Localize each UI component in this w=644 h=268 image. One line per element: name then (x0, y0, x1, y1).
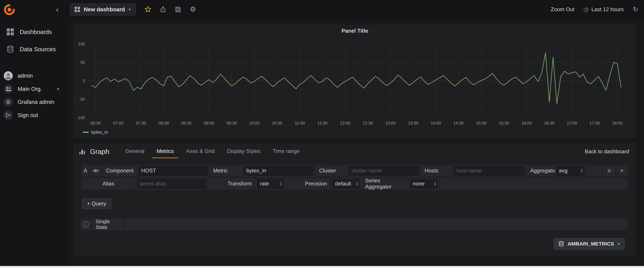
share-icon[interactable] (160, 6, 166, 13)
grafana-logo[interactable] (0, 0, 19, 19)
sidebar-item-dashboards[interactable]: Dashboards (0, 23, 70, 41)
add-query-button[interactable]: + Query (82, 198, 112, 209)
timeseries-chart[interactable]: 06:3007:0007:3008:0008:3009:0009:3010:00… (73, 38, 636, 125)
datasource-button[interactable]: AMBARI_METRICS ▾ (554, 238, 625, 250)
time-range-picker[interactable]: ◷ Last 12 hours (584, 6, 624, 12)
svg-text:06:30: 06:30 (90, 121, 101, 125)
component-input[interactable] (138, 165, 208, 177)
bar-chart-icon (79, 148, 86, 155)
svg-text:16:30: 16:30 (544, 121, 554, 125)
save-icon[interactable] (175, 6, 181, 12)
tab-metrics[interactable]: Metrics (152, 145, 178, 158)
series-aggregator-value: none (413, 181, 424, 187)
query-ref-id[interactable]: A (82, 165, 89, 177)
transform-label: Transform (208, 178, 256, 190)
row-filler (440, 178, 628, 190)
bottom-edge (0, 266, 644, 268)
metric-label: Metric (210, 165, 242, 177)
row-filler (124, 218, 628, 230)
sidebar-item-sign-out[interactable]: Sign out (0, 109, 70, 122)
chevron-down-icon: ▾ (618, 242, 620, 246)
hosts-input[interactable] (453, 165, 526, 177)
grid-icon (74, 7, 80, 12)
cluster-label: Cluster (316, 165, 347, 177)
metric-input[interactable] (243, 165, 314, 177)
legend-item[interactable]: bytes_in (83, 130, 108, 135)
navbar-actions: ⚙ (145, 6, 196, 13)
database-icon (6, 46, 14, 53)
svg-text:50: 50 (80, 60, 85, 65)
info-icon[interactable]: i (80, 218, 91, 230)
svg-text:18:00: 18:00 (612, 121, 623, 125)
stepper-arrows-icon: ▴▾ (434, 181, 436, 186)
svg-text:16:00: 16:00 (522, 121, 532, 125)
cluster-input[interactable] (348, 165, 420, 177)
svg-text:12:30: 12:30 (363, 121, 373, 125)
sign-out-label: Sign out (18, 112, 38, 119)
component-label: Component (102, 165, 137, 177)
svg-text:17:00: 17:00 (567, 121, 577, 125)
svg-text:10:30: 10:30 (272, 121, 282, 125)
svg-text:13:30: 13:30 (408, 121, 418, 125)
sidebar-item-data-sources[interactable]: Data Sources (0, 41, 70, 58)
svg-text:17:30: 17:30 (590, 121, 600, 125)
query-row-1: A Component Metric Cluster Hosts (82, 165, 628, 177)
single-stats-row: i Single Stats (80, 218, 628, 230)
refresh-icon[interactable]: ↻ (633, 6, 638, 13)
editor-title: Graph (90, 148, 109, 156)
navbar-right: Zoom Out ◷ Last 12 hours ↻ (551, 6, 638, 13)
clock-icon: ◷ (584, 6, 588, 12)
navbar: ‹ New dashboard ▾ (0, 0, 644, 19)
gear-icon[interactable]: ⚙ (190, 6, 196, 13)
profile-username: admin (18, 73, 33, 79)
tab-time-range[interactable]: Time range (268, 145, 304, 158)
grafana-logo-icon (3, 3, 16, 15)
main-content: Panel Title 06:3007:0007:3008:0008:3009:… (70, 19, 644, 268)
tab-general[interactable]: General (121, 145, 149, 158)
row-close-icon[interactable]: × (616, 165, 628, 177)
dashboard-picker[interactable]: New dashboard ▾ (70, 3, 136, 15)
alias-input[interactable] (136, 178, 207, 190)
tab-display-styles[interactable]: Display Styles (222, 145, 265, 158)
precision-select[interactable]: default ▴▾ (332, 178, 361, 190)
svg-text:08:00: 08:00 (158, 121, 169, 125)
panel-title[interactable]: Panel Title (73, 28, 636, 34)
transform-select[interactable]: rate ▴▾ (256, 178, 284, 190)
eye-icon[interactable] (90, 165, 102, 177)
legend-series-label: bytes_in (91, 130, 108, 135)
grafana-app: ‹ New dashboard ▾ (0, 0, 644, 268)
svg-text:10:00: 10:00 (249, 121, 260, 125)
svg-text:13:00: 13:00 (386, 121, 396, 125)
chevron-down-icon: ▾ (57, 87, 59, 91)
single-stats-label[interactable]: Single Stats (92, 218, 123, 230)
sidebar-item-profile[interactable]: admin (0, 69, 70, 82)
sidebar: Dashboards Data Sources adm (0, 19, 70, 268)
series-aggregator-select[interactable]: none ▴▾ (409, 178, 438, 190)
stepper-arrows-icon: ▴▾ (280, 181, 282, 186)
hosts-label: Hosts (421, 165, 452, 177)
back-to-dashboard-link[interactable]: Back to dashboard (585, 148, 632, 155)
users-icon (4, 84, 13, 93)
editor-tabs: General Metrics Axes & Grid Display Styl… (121, 145, 304, 158)
aggregator-select[interactable]: avg ▴▾ (555, 165, 585, 177)
zoom-out-button[interactable]: Zoom Out (551, 6, 574, 12)
sidebar-item-org-switcher[interactable]: Main Org. ▾ (0, 82, 70, 96)
row-menu-icon[interactable]: ≡ (603, 165, 615, 177)
dashboards-grid-icon (6, 28, 14, 35)
avatar (4, 71, 13, 80)
tab-axes-grid[interactable]: Axes & Grid (182, 145, 219, 158)
sidebar-item-label: Data Sources (20, 46, 56, 53)
editor-tabbar: Graph General Metrics Axes & Grid Displa… (73, 143, 636, 158)
aggregator-value: avg (559, 168, 568, 174)
sidebar-profile: admin Main Org. ▾ ⚙ Grafana admin (0, 69, 70, 122)
query-rows: A Component Metric Cluster Hosts (82, 165, 628, 190)
transform-value: rate (260, 181, 269, 187)
sidebar-item-grafana-admin[interactable]: ⚙ Grafana admin (0, 95, 70, 109)
svg-text:07:30: 07:30 (136, 121, 146, 125)
star-icon[interactable] (145, 6, 151, 13)
svg-text:-100: -100 (77, 115, 85, 120)
svg-text:07:00: 07:00 (113, 121, 124, 125)
back-chevron-icon[interactable]: ‹ (56, 5, 58, 13)
series-aggregator-label: Series Aggregator (361, 178, 408, 190)
admin-label: Grafana admin (18, 99, 54, 105)
